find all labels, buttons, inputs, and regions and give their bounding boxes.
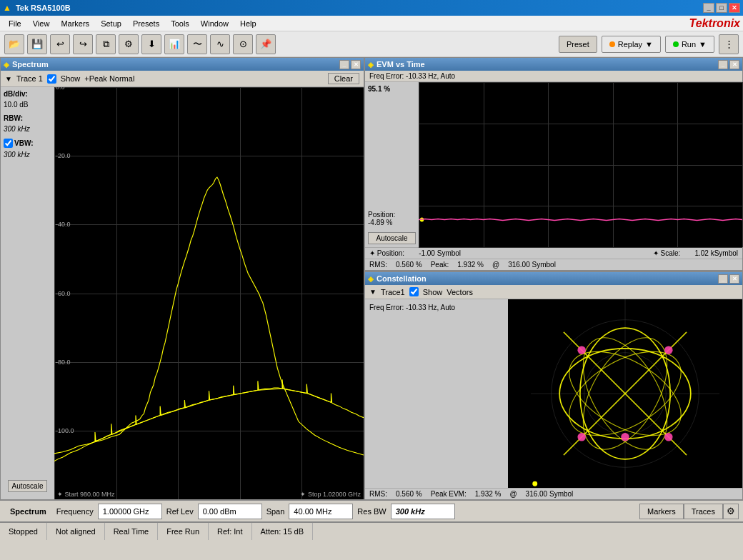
- ref-lev-field[interactable]: 0.00 dBm: [198, 504, 262, 519]
- menu-markers[interactable]: Markers: [55, 18, 95, 29]
- const-at-value: 316.00 Symbol: [526, 490, 574, 498]
- constellation-panel-icon: ◈: [368, 275, 374, 283]
- spectrum-minimize[interactable]: _: [339, 60, 349, 69]
- status-real-time: Real Time: [105, 523, 159, 540]
- settings-gear-button[interactable]: ⚙: [723, 504, 739, 519]
- peak-label: +Peak Normal: [84, 74, 134, 83]
- evm-panel-icon: ◈: [368, 61, 374, 69]
- waveform-button[interactable]: 〜: [187, 34, 207, 54]
- evm-at-label: @: [492, 261, 499, 269]
- spectrum-autoscale-button[interactable]: Autoscale: [8, 480, 47, 492]
- const-peak-evm-value: 1.932 %: [475, 490, 502, 498]
- db-div-value: 10.0 dB: [4, 101, 28, 109]
- open-button[interactable]: 📂: [4, 34, 24, 54]
- svg-point-15: [664, 346, 672, 354]
- mask-button[interactable]: ⊙: [233, 34, 253, 54]
- menu-help[interactable]: Help: [234, 18, 262, 29]
- spectrum-waveform: [54, 87, 364, 499]
- evm-close[interactable]: ✕: [729, 60, 739, 69]
- close-button[interactable]: ✕: [729, 3, 740, 13]
- spectrum-close[interactable]: ✕: [351, 60, 361, 69]
- pin-button[interactable]: 📌: [256, 34, 276, 54]
- constellation-content: Freq Error: -10.33 Hz, Auto: [365, 299, 742, 488]
- replay-button[interactable]: Replay ▼: [602, 36, 661, 53]
- panels-area: ◈ Spectrum _ ✕ ▼ Trace 1 Show +Peak Norm…: [0, 57, 743, 500]
- spectrum-controls: dB/div: 10.0 dB RBW: 300 kHz VBW: 300 kH…: [1, 87, 54, 499]
- vbw-checkbox[interactable]: [4, 139, 13, 148]
- replay-arrow: ▼: [645, 40, 653, 49]
- constellation-close[interactable]: ✕: [729, 274, 739, 284]
- undo-button[interactable]: ↩: [50, 34, 70, 54]
- evm-scale-label: ✦ Scale:: [653, 249, 681, 257]
- trace-dropdown-icon: ▼: [5, 75, 12, 83]
- copy-button[interactable]: ⧉: [96, 34, 116, 54]
- tektronix-logo: Tektronix: [689, 17, 740, 30]
- menu-bar: File View Markers Setup Presets Tools Wi…: [0, 16, 743, 31]
- span-field[interactable]: 40.00 MHz: [289, 504, 353, 519]
- menu-view[interactable]: View: [27, 18, 56, 29]
- const-trace-label: Trace1: [381, 288, 405, 296]
- const-show-label: Show: [423, 288, 443, 296]
- constellation-win-btns: _ ✕: [718, 274, 739, 284]
- bottom-toolbar: Spectrum Frequency 1.00000 GHz Ref Lev 0…: [0, 500, 743, 521]
- more-options-button[interactable]: ⋮: [719, 34, 739, 54]
- evm-at-value: 316.00 Symbol: [508, 261, 556, 269]
- status-stopped: Stopped: [0, 523, 47, 540]
- constellation-title: Constellation: [377, 274, 427, 283]
- evm-title: EVM vs Time: [377, 60, 425, 69]
- evm-waveform: [419, 82, 742, 247]
- evm-autoscale-button[interactable]: Autoscale: [368, 232, 416, 244]
- markers-button[interactable]: Markers: [639, 504, 684, 519]
- minimize-button[interactable]: _: [703, 3, 714, 13]
- svg-point-14: [577, 346, 585, 354]
- constellation-minimize[interactable]: _: [718, 274, 728, 284]
- evm-pos-label: ✦ Position:: [369, 249, 404, 257]
- spectrum-bottom-label: Spectrum: [4, 507, 52, 516]
- spectrum-button[interactable]: ∿: [210, 34, 230, 54]
- status-ref: Ref: Int: [209, 523, 251, 540]
- measure-button[interactable]: 📊: [164, 34, 184, 54]
- constellation-panel: ◈ Constellation _ ✕ ▼ Trace1 Show Vector…: [364, 271, 743, 500]
- svg-point-18: [621, 433, 629, 441]
- replay-indicator: [609, 41, 615, 47]
- traces-button[interactable]: Traces: [684, 504, 723, 519]
- db-div-label: dB/div:: [4, 90, 28, 98]
- menu-file[interactable]: File: [3, 18, 27, 29]
- spectrum-panel-icon: ◈: [4, 61, 9, 69]
- run-label: Run: [682, 40, 696, 49]
- main-toolbar: 📂 💾 ↩ ↪ ⧉ ⚙ ⬇ 📊 〜 ∿ ⊙ 📌 Preset Replay ▼ …: [0, 31, 743, 57]
- evm-left-controls: 95.1 % Position: -4.89 % Autoscale: [365, 82, 419, 247]
- clear-button[interactable]: Clear: [328, 73, 359, 84]
- status-atten: Atten: 15 dB: [252, 523, 314, 540]
- evm-rms-value: 0.560 %: [396, 261, 422, 269]
- menu-setup[interactable]: Setup: [95, 18, 127, 29]
- show-checkbox[interactable]: [47, 74, 56, 84]
- spectrum-main: dB/div: 10.0 dB RBW: 300 kHz VBW: 300 kH…: [1, 87, 364, 499]
- evm-bottom-bar: ✦ Position: -1.00 Symbol ✦ Scale: 1.02 k…: [365, 247, 742, 259]
- evm-peak-label: Peak:: [431, 261, 449, 269]
- evm-content: 95.1 % Position: -4.89 % Autoscale: [365, 82, 742, 247]
- frequency-field[interactable]: 1.00000 GHz: [98, 504, 162, 519]
- menu-tools[interactable]: Tools: [165, 18, 195, 29]
- const-show-checkbox[interactable]: [409, 287, 419, 296]
- evm-percent-value: 95.1 %: [368, 85, 390, 93]
- right-panels: ◈ EVM vs Time _ ✕ Freq Error: -10.33 Hz,…: [364, 57, 743, 500]
- stop-axis: ✦ Stop 1.02000 GHz: [300, 491, 361, 498]
- maximize-button[interactable]: □: [716, 3, 727, 13]
- preset-button[interactable]: Preset: [559, 36, 597, 53]
- trigger-button[interactable]: ⬇: [141, 34, 161, 54]
- run-button[interactable]: Run ▼: [665, 36, 714, 53]
- evm-minimize[interactable]: _: [718, 60, 728, 69]
- frequency-label: Frequency: [52, 507, 98, 516]
- constellation-bottom-bar: RMS: 0.560 % Peak EVM: 1.932 % @ 316.00 …: [365, 488, 742, 499]
- status-aligned: Not aligned: [47, 523, 105, 540]
- status-free-run: Free Run: [158, 523, 209, 540]
- redo-button[interactable]: ↪: [73, 34, 93, 54]
- menu-presets[interactable]: Presets: [127, 18, 165, 29]
- settings-button[interactable]: ⚙: [119, 34, 139, 54]
- menu-window[interactable]: Window: [195, 18, 234, 29]
- res-bw-field[interactable]: 300 kHz: [391, 504, 455, 519]
- constellation-title-bar: ◈ Constellation _ ✕: [365, 272, 742, 285]
- vbw-value: 300 kHz: [4, 151, 30, 159]
- save-button[interactable]: 💾: [27, 34, 47, 54]
